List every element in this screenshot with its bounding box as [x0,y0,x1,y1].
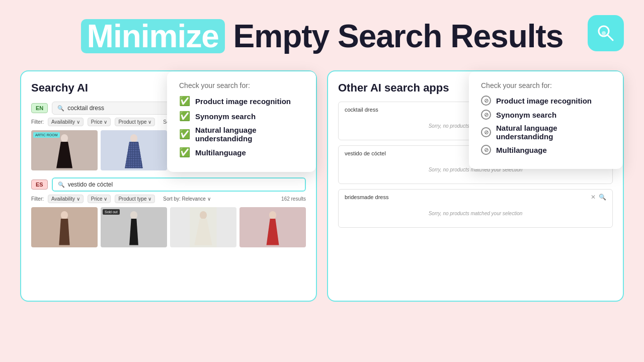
searchy-tooltip-item-4: ✅ Multilanguage [179,147,304,158]
svg-point-31 [269,211,276,219]
sold-out-badge: Sold out [103,209,120,215]
product-card-8 [239,207,306,247]
search-btn-3[interactable]: 🔍 [599,194,606,201]
check-icon-3: ✅ [179,129,190,140]
search-en-icon: 🔍 [57,105,64,112]
product-card-5 [31,207,98,247]
sort-es: Sort by: Relevance ∨ [163,196,210,202]
check-icon-1: ✅ [179,96,190,107]
search-es-icon: 🔍 [58,182,65,188]
app-icon [588,15,624,51]
svg-point-24 [130,211,137,219]
other-tooltip-title: Check your search for: [481,81,611,89]
cross-icon-1: ⊘ [481,96,491,106]
other-tooltip-item-2: ⊘ Synonym search [481,110,611,120]
searchy-tooltip-item-2: ✅ Synonym search [179,111,304,122]
product-card-2 [101,130,167,170]
other-tooltip-item-3: ⊘ Natural language understandidng [481,124,611,141]
cross-icon-4: ⊘ [481,145,491,155]
svg-point-8 [130,134,137,142]
other-ai-panel: Check your search for: ⊘ Product image r… [327,70,624,302]
filter-type-es[interactable]: Product type ∨ [115,195,155,203]
cross-icon-2: ⊘ [481,110,491,120]
product-card-6: Sold out [101,207,167,247]
search-controls-3: ✕ 🔍 [591,194,606,201]
filter-availability-es[interactable]: Availability ∨ [48,195,84,203]
product-grid-es: Sold out [31,207,306,247]
other-search-box-3: bridesmade dress ✕ 🔍 Sorry, no products … [338,189,613,228]
svg-line-1 [607,35,613,40]
svg-point-2 [602,31,606,35]
searchy-tooltip-title: Check your search for: [179,81,304,89]
lang-badge-es: ES [31,179,48,190]
lang-badge-en: EN [31,103,48,113]
svg-marker-22 [59,219,69,245]
searchy-tooltip-item-3: ✅ Natural language understandidng [179,126,304,143]
header: Minimize Empty Search Results [0,0,644,65]
other-query-3: bridesmade dress ✕ 🔍 [345,194,606,201]
check-icon-4: ✅ [179,147,190,158]
results-count-es: 162 results [281,196,306,202]
search-app-icon-svg [595,22,617,44]
other-tooltip-card: Check your search for: ⊘ Product image r… [469,71,623,169]
other-tooltip-item-1: ⊘ Product image recognition [481,96,611,106]
product-card-7 [170,207,236,247]
product-card-1: ARTIC ROOM [31,130,98,170]
searchy-ai-panel: Check your search for: ✅ Product image r… [20,70,317,302]
searchy-tooltip-item-1: ✅ Product image recognition [179,96,304,107]
searchy-tooltip-card: Check your search for: ✅ Product image r… [167,71,316,172]
main-title: Minimize Empty Search Results [0,19,644,53]
svg-point-21 [61,211,68,219]
filter-price-es[interactable]: Price ∨ [88,195,111,203]
no-results-3: Sorry, no products matched your selectio… [345,204,606,223]
main-content: Check your search for: ✅ Product image r… [0,70,644,302]
other-tooltip-item-4: ⊘ Multilanguage [481,145,611,155]
check-icon-2: ✅ [179,111,190,122]
search-es-bar: ES 🔍 vestido de cóctel [31,177,306,192]
cross-icon-3: ⊘ [481,127,491,137]
filter-type-en[interactable]: Product type ∨ [115,118,155,126]
clear-icon-3[interactable]: ✕ [591,194,596,201]
filter-bar-es: Filter: Availability ∨ Price ∨ Product t… [31,195,306,203]
svg-point-4 [61,134,68,142]
new-badge-1: ARTIC ROOM [33,132,60,138]
search-es-input[interactable]: 🔍 vestido de cóctel [52,177,306,192]
svg-point-27 [200,211,207,219]
filter-availability-en[interactable]: Availability ∨ [48,118,84,126]
filter-price-en[interactable]: Price ∨ [88,118,111,126]
highlight-word: Minimize [81,19,225,53]
